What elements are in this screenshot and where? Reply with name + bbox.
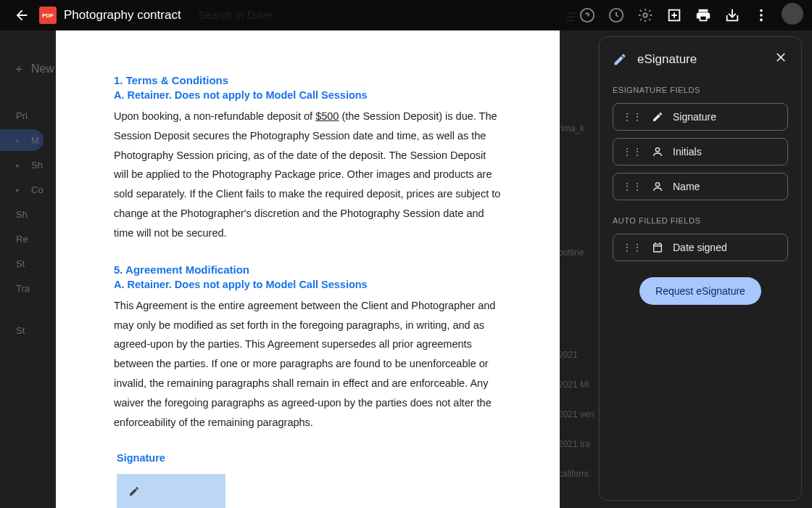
new-button: ＋ New [13,51,44,87]
fields-section-label: ESIGNATURE FIELDS [613,86,788,94]
field-label: Name [673,181,700,192]
signature-label: Signature [117,452,502,464]
drag-handle-icon: ⋮⋮ [622,146,642,157]
close-button[interactable] [774,50,788,68]
section-subheading: A. Retainer. Does not apply to Model Cal… [114,279,502,290]
sidebar-item: St [0,253,44,274]
paragraph: This Agreement is the entire agreement b… [114,296,502,433]
signature-field[interactable] [117,474,225,508]
panel-title: eSignature [637,52,763,67]
section-heading: 1. Terms & Conditions [114,74,502,86]
clock-icon[interactable] [608,7,625,24]
close-icon [774,50,788,65]
esignature-panel: eSignature ESIGNATURE FIELDS ⋮⋮ Signatur… [599,36,802,501]
field-label: Initials [673,146,702,157]
drag-handle-icon: ⋮⋮ [622,242,642,253]
bg-file-rows: rima_k outline 2021 2021 Mi 2021 ven 202… [558,123,602,479]
sidebar-item: ▸Co [0,179,44,200]
person-icon [651,146,664,157]
section-heading: 5. Agreement Modification [114,263,502,276]
arrow-left-icon [14,7,30,23]
field-signature[interactable]: ⋮⋮ Signature [613,103,788,131]
person-icon [651,181,664,192]
deposit-amount: $500 [315,110,339,122]
sidebar-item: ▸Sh [0,154,44,176]
autofilled-section-label: AUTO FILLED FIELDS [613,216,788,225]
request-esignature-button[interactable]: Request eSignature [639,277,761,305]
svg-point-5 [760,14,763,17]
help-icon[interactable] [579,7,596,24]
svg-point-7 [655,148,659,152]
sidebar-item: Tra [0,277,44,299]
field-name[interactable]: ⋮⋮ Name [613,173,788,200]
document-page: 1. Terms & Conditions A. Retainer. Does … [56,30,560,508]
drive-sidebar: ＋ New Pri ▸M ▸Sh ▸Co Sh Re St Tra St [0,36,44,508]
pen-icon [613,52,627,67]
drag-handle-icon: ⋮⋮ [622,181,642,192]
gear-icon[interactable] [637,7,654,24]
back-button[interactable] [9,2,35,28]
field-label: Signature [673,111,716,123]
avatar[interactable] [782,3,803,25]
sidebar-item: Sh [0,203,44,225]
sidebar-item: St [0,319,44,341]
pen-icon [128,486,140,497]
svg-point-6 [760,19,763,22]
sidebar-item: ▸M [0,129,44,151]
svg-point-8 [655,183,659,187]
add-to-drive-icon[interactable] [666,7,683,24]
paragraph: Upon booking, a non-refundable deposit o… [114,107,502,243]
pdf-badge-icon: PDF [39,7,57,24]
sidebar-item: Re [0,228,44,250]
print-icon[interactable] [695,7,712,24]
document-title: Photography contract [64,8,181,22]
viewer-top-bar: PDF Photography contract [0,0,812,30]
sidebar-item: Pri [0,105,44,126]
more-icon[interactable] [753,7,770,24]
svg-point-2 [643,13,647,17]
field-initials[interactable]: ⋮⋮ Initials [613,138,788,165]
download-icon[interactable] [724,7,741,24]
calendar-icon [651,242,664,253]
field-label: Date signed [673,242,727,253]
field-date-signed[interactable]: ⋮⋮ Date signed [613,234,788,261]
drag-handle-icon: ⋮⋮ [622,111,642,123]
svg-point-4 [760,9,763,12]
section-subheading: A. Retainer. Does not apply to Model Cal… [114,89,502,101]
pen-icon [651,111,664,123]
